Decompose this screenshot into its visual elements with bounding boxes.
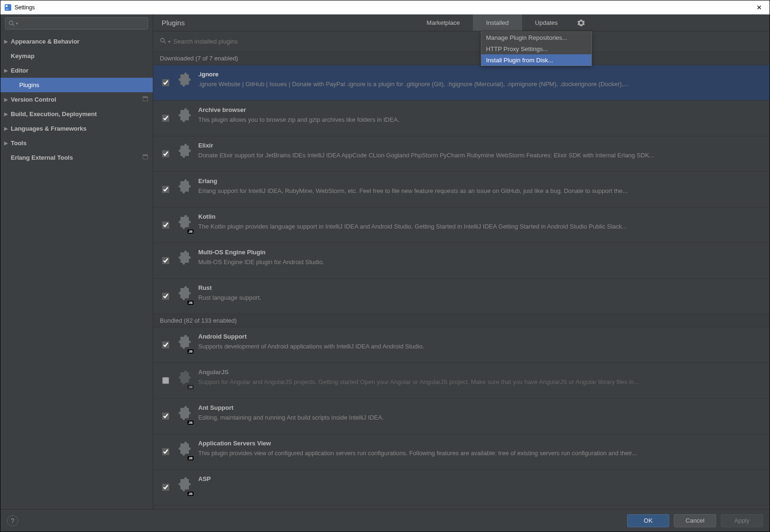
plugin-description: Donate Elixir support for JetBrains IDEs… bbox=[198, 152, 763, 159]
plugin-icon bbox=[174, 72, 193, 90]
footer-buttons: OK Cancel Apply bbox=[627, 514, 763, 527]
plugin-text: .ignore.ignore Website | GitHub | Issues… bbox=[198, 70, 763, 88]
menu-item-install-plugin-from-disk[interactable]: Install Plugin from Disk... bbox=[481, 54, 591, 66]
plugin-enable-checkbox[interactable] bbox=[162, 377, 169, 384]
plugin-row[interactable]: .ignore.ignore Website | GitHub | Issues… bbox=[153, 65, 770, 101]
plugin-enable-checkbox[interactable] bbox=[162, 186, 169, 193]
tab-updates[interactable]: Updates bbox=[522, 15, 571, 31]
plugin-row[interactable]: JBAnt SupportEditing, maintaining and ru… bbox=[153, 399, 770, 434]
plugin-name: .ignore bbox=[198, 71, 763, 78]
menu-item-http-proxy-settings[interactable]: HTTP Proxy Settings... bbox=[481, 43, 591, 54]
plugin-icon: JB bbox=[174, 369, 193, 388]
chevron-right-icon: ▶ bbox=[4, 111, 9, 117]
plugin-checkbox-wrap bbox=[160, 212, 171, 229]
plugin-enable-checkbox[interactable] bbox=[162, 222, 169, 229]
plugin-row[interactable]: JBAndroid SupportSupports development of… bbox=[153, 327, 770, 363]
plugin-row[interactable]: JBAngularJSSupport for Angular and Angul… bbox=[153, 363, 770, 399]
sidebar-item-keymap[interactable]: Keymap bbox=[0, 49, 153, 63]
tab-marketplace[interactable]: Marketplace bbox=[413, 15, 473, 31]
sidebar-item-editor[interactable]: ▶Editor bbox=[0, 63, 153, 78]
jetbrains-badge-icon: JB bbox=[187, 456, 194, 460]
plugin-row[interactable]: JBApplication Servers ViewThis plugin pr… bbox=[153, 434, 770, 470]
sidebar-item-label: Appearance & Behavior bbox=[11, 38, 80, 45]
plugin-enable-checkbox[interactable] bbox=[162, 150, 169, 157]
jetbrains-badge-icon: JB bbox=[187, 301, 194, 305]
plugin-row[interactable]: ElixirDonate Elixir support for JetBrain… bbox=[153, 136, 770, 172]
jetbrains-badge-icon: JB bbox=[187, 492, 194, 496]
plugin-enable-checkbox[interactable] bbox=[162, 484, 169, 491]
plugin-enable-checkbox[interactable] bbox=[162, 413, 169, 420]
help-button[interactable]: ? bbox=[7, 515, 18, 526]
sidebar-item-version-control[interactable]: ▶Version Control bbox=[0, 92, 153, 107]
svg-rect-6 bbox=[143, 96, 148, 98]
plugin-description: Multi-OS Engine IDE plugin for Android S… bbox=[198, 259, 763, 266]
search-dropdown-icon[interactable]: ▾ bbox=[16, 21, 18, 26]
plugin-row[interactable]: JBKotlinThe Kotlin plugin provides langu… bbox=[153, 207, 770, 243]
plugin-checkbox-wrap bbox=[160, 283, 171, 300]
plugin-row[interactable]: JBRustRust language support. bbox=[153, 279, 770, 314]
chevron-right-icon: ▶ bbox=[4, 68, 9, 73]
plugin-enable-checkbox[interactable] bbox=[162, 293, 169, 300]
main-header: Plugins MarketplaceInstalledUpdates bbox=[153, 15, 770, 31]
menu-item-manage-plugin-repositories[interactable]: Manage Plugin Repositories... bbox=[481, 32, 591, 43]
tab-installed[interactable]: Installed bbox=[473, 15, 522, 31]
apply-button[interactable]: Apply bbox=[721, 514, 763, 527]
sidebar-item-label: Plugins bbox=[19, 81, 39, 89]
svg-point-3 bbox=[9, 21, 13, 25]
plugin-icon: JB bbox=[174, 476, 193, 495]
ok-button[interactable]: OK bbox=[627, 514, 669, 527]
sidebar-item-tools[interactable]: ▶Tools bbox=[0, 136, 153, 150]
plugin-checkbox-wrap bbox=[160, 474, 171, 491]
page-title: Plugins bbox=[153, 19, 193, 27]
plugin-row[interactable]: Archive browserThis plugin allows you to… bbox=[153, 101, 770, 136]
sidebar-item-appearance-behavior[interactable]: ▶Appearance & Behavior bbox=[0, 34, 153, 49]
sidebar: ▾ ▶Appearance & BehaviorKeymap▶EditorPlu… bbox=[0, 15, 153, 509]
search-icon bbox=[8, 20, 15, 27]
sidebar-item-erlang-external-tools[interactable]: Erlang External Tools bbox=[0, 150, 153, 165]
plugin-checkbox-wrap bbox=[160, 368, 171, 384]
search-filter-icon[interactable]: ▾ bbox=[168, 39, 171, 44]
plugin-enable-checkbox[interactable] bbox=[162, 79, 169, 86]
gear-button[interactable] bbox=[571, 15, 591, 31]
plugin-enable-checkbox[interactable] bbox=[162, 341, 169, 348]
plugin-icon bbox=[174, 178, 193, 197]
plugin-enable-checkbox[interactable] bbox=[162, 448, 169, 455]
plugin-text: RustRust language support. bbox=[198, 283, 763, 301]
sidebar-item-label: Editor bbox=[11, 67, 29, 74]
sidebar-search[interactable]: ▾ bbox=[5, 17, 148, 30]
sidebar-item-build-execution-deployment[interactable]: ▶Build, Execution, Deployment bbox=[0, 107, 153, 121]
sidebar-item-languages-frameworks[interactable]: ▶Languages & Frameworks bbox=[0, 121, 153, 136]
sidebar-item-plugins[interactable]: Plugins bbox=[0, 78, 153, 92]
main-panel: Plugins MarketplaceInstalledUpdates Mana… bbox=[153, 15, 770, 509]
chevron-right-icon: ▶ bbox=[4, 97, 9, 102]
gear-icon bbox=[577, 19, 585, 27]
plugin-description: Supports development of Android applicat… bbox=[198, 343, 763, 350]
plugin-text: Archive browserThis plugin allows you to… bbox=[198, 105, 763, 123]
plugin-icon bbox=[174, 107, 193, 126]
plugin-description: Rust language support. bbox=[198, 294, 763, 301]
plugin-row[interactable]: ErlangErlang support for IntelliJ IDEA, … bbox=[153, 172, 770, 207]
plugin-name: Android Support bbox=[198, 333, 763, 340]
plugin-text: ASP bbox=[198, 474, 763, 485]
plugin-row[interactable]: JBASP bbox=[153, 470, 770, 505]
settings-tree: ▶Appearance & BehaviorKeymap▶EditorPlugi… bbox=[0, 32, 153, 509]
cancel-button[interactable]: Cancel bbox=[674, 514, 716, 527]
plugin-row[interactable]: Multi-OS Engine PluginMulti-OS Engine ID… bbox=[153, 243, 770, 279]
plugin-checkbox-wrap bbox=[160, 439, 171, 455]
plugin-search-input[interactable] bbox=[173, 38, 763, 45]
plugin-name: Archive browser bbox=[198, 106, 763, 113]
plugin-list[interactable]: Downloaded (7 of 7 enabled).ignore.ignor… bbox=[153, 52, 770, 509]
app-icon bbox=[4, 4, 12, 11]
plugin-description: The Kotlin plugin provides language supp… bbox=[198, 223, 763, 230]
svg-line-11 bbox=[164, 42, 166, 44]
plugin-text: KotlinThe Kotlin plugin provides languag… bbox=[198, 212, 763, 230]
sidebar-search-wrap: ▾ bbox=[0, 15, 153, 32]
plugin-enable-checkbox[interactable] bbox=[162, 257, 169, 264]
chevron-right-icon: ▶ bbox=[4, 39, 9, 44]
svg-rect-2 bbox=[6, 9, 8, 9]
jetbrains-badge-icon: JB bbox=[187, 385, 194, 389]
plugin-enable-checkbox[interactable] bbox=[162, 115, 169, 122]
plugin-name: Application Servers View bbox=[198, 440, 763, 447]
svg-point-9 bbox=[580, 22, 582, 23]
close-button[interactable]: ✕ bbox=[753, 2, 766, 13]
